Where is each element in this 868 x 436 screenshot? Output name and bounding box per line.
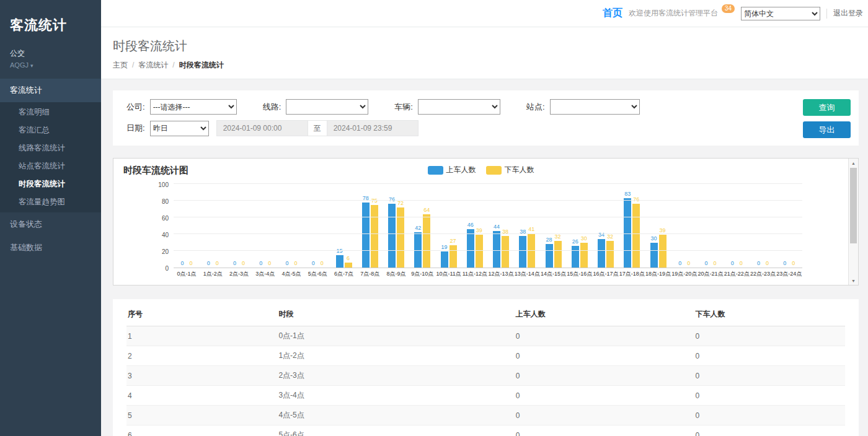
home-link[interactable]: 首页 — [603, 7, 622, 20]
x-tick-label: 11点-12点 — [462, 268, 488, 278]
bar — [546, 244, 553, 268]
bar-group: 00 — [671, 185, 698, 268]
sidebar-item[interactable]: 客流统计 — [0, 79, 101, 102]
bar-wrap: 44 — [493, 185, 500, 268]
table-cell: 0 — [694, 425, 845, 436]
sidebar-subitem[interactable]: 客流汇总 — [0, 121, 101, 139]
bar-value-label: 0 — [259, 260, 262, 267]
bar-group: 00 — [278, 185, 304, 268]
bar-group: 00 — [776, 185, 802, 268]
bar — [580, 243, 588, 268]
bar-value-label: 42 — [415, 225, 421, 232]
scroll-up-button[interactable]: ▲ — [849, 159, 858, 167]
date-end-input[interactable] — [327, 120, 418, 136]
breadcrumb-item[interactable]: 主页 — [113, 61, 128, 69]
divider — [826, 9, 827, 19]
query-button[interactable]: 查询 — [803, 99, 851, 116]
legend-item[interactable]: 下车人数 — [486, 165, 534, 175]
x-tick-label: 22点-23点 — [750, 268, 776, 278]
logout-link[interactable]: 退出登录 — [833, 8, 863, 19]
bar-wrap: 39 — [659, 185, 666, 268]
sidebar-subitem[interactable]: 客流量趋势图 — [0, 193, 101, 211]
table-cell: 0 — [515, 346, 694, 366]
bar-wrap: 0 — [728, 185, 736, 268]
table-cell: 1点-2点 — [277, 346, 514, 366]
bar-wrap: 19 — [441, 185, 448, 268]
y-tick-label: 0 — [165, 265, 169, 272]
gridline — [174, 217, 802, 217]
bar-wrap: 0 — [179, 185, 186, 268]
bar — [336, 255, 343, 268]
date-label: 日期: — [126, 123, 145, 134]
breadcrumb-separator: / — [132, 61, 134, 69]
bar-value-label: 28 — [546, 237, 552, 243]
sidebar-subitem[interactable]: 时段客流统计 — [0, 175, 101, 193]
bar-wrap: 0 — [702, 185, 710, 268]
breadcrumb-item[interactable]: 客流统计 — [138, 61, 168, 69]
bar-group: 2630 — [567, 185, 593, 268]
filter-panel: 公司: ---请选择--- 线路: 车辆: 站点: — [113, 90, 859, 146]
x-tick-label: 16点-17点 — [593, 268, 619, 278]
notification-badge[interactable]: 34 — [722, 4, 735, 13]
x-tick-label: 6点-7点 — [331, 268, 357, 278]
bar-value-label: 0 — [678, 260, 681, 267]
sidebar-item[interactable]: 基础数据 — [0, 236, 101, 259]
bar-value-label: 0 — [766, 260, 769, 267]
company-select[interactable]: ---请选择--- — [150, 99, 237, 115]
bar-group: 00 — [200, 185, 226, 268]
bar-group: 7672 — [383, 185, 409, 268]
scroll-down-button[interactable]: ▼ — [849, 276, 858, 285]
line-select[interactable] — [286, 99, 368, 115]
vehicle-select[interactable] — [418, 99, 500, 115]
x-tick-label: 3点-4点 — [252, 268, 278, 278]
x-tick-label: 19点-20点 — [671, 268, 698, 278]
bar-group: 7875 — [357, 185, 383, 268]
bar — [450, 245, 457, 268]
bar-value-label: 30 — [581, 235, 587, 242]
bar-wrap: 39 — [476, 185, 483, 268]
y-axis: 020406080100 — [148, 185, 174, 268]
bar-wrap: 38 — [502, 185, 509, 268]
bar-value-label: 0 — [207, 260, 210, 267]
sidebar-item[interactable]: 设备状态 — [0, 212, 101, 236]
user-dropdown[interactable]: AQGJ▾ — [0, 60, 101, 79]
scrollbar-thumb[interactable] — [850, 168, 857, 243]
bar-value-label: 75 — [371, 198, 378, 204]
chart-body: 020406080100 000000000000156787576724264… — [113, 178, 848, 285]
sidebar-subitem[interactable]: 客流明细 — [0, 103, 101, 121]
sidebar-submenu: 客流明细客流汇总线路客流统计站点客流统计时段客流统计客流量趋势图 — [0, 102, 101, 212]
bar-value-label: 0 — [294, 260, 298, 267]
export-button[interactable]: 导出 — [803, 121, 851, 138]
gridline — [174, 250, 802, 251]
bar-wrap: 0 — [283, 185, 291, 268]
bar-wrap: 41 — [528, 185, 535, 268]
plot-area: 0000000000001567875767242641927463944383… — [174, 185, 802, 268]
bar-value-label: 0 — [286, 260, 289, 267]
chart-scrollbar[interactable]: ▲ ▼ — [848, 159, 858, 285]
bar-value-label: 78 — [363, 195, 369, 202]
date-start-input[interactable] — [216, 120, 308, 136]
sidebar-subitem[interactable]: 站点客流统计 — [0, 157, 101, 175]
language-select[interactable]: 简体中文 — [741, 7, 820, 20]
sidebar: 客流统计 公交 AQGJ▾ 客流统计客流明细客流汇总线路客流统计站点客流统计时段… — [0, 0, 101, 436]
y-tick-label: 20 — [162, 248, 169, 255]
station-select[interactable] — [550, 99, 640, 115]
bar-wrap: 0 — [187, 185, 195, 268]
bar — [650, 243, 658, 268]
bar-wrap: 75 — [371, 185, 378, 268]
legend-swatch — [486, 166, 502, 175]
bar-wrap: 0 — [213, 185, 221, 268]
bar — [476, 235, 483, 268]
bar-value-label: 0 — [233, 260, 236, 267]
legend-item[interactable]: 上车人数 — [428, 165, 476, 175]
date-preset-select[interactable]: 昨日 — [150, 121, 209, 136]
sidebar-subitem[interactable]: 线路客流统计 — [0, 139, 101, 157]
bar-group: 3841 — [514, 185, 540, 268]
bar-value-label: 41 — [528, 226, 534, 233]
bar-value-label: 30 — [651, 235, 657, 242]
legend-label: 下车人数 — [505, 165, 534, 175]
chevron-down-icon: ▾ — [30, 63, 33, 69]
table-header-cell: 序号 — [126, 303, 277, 326]
bar-value-label: 0 — [242, 260, 245, 267]
bar-value-label: 0 — [190, 260, 193, 267]
